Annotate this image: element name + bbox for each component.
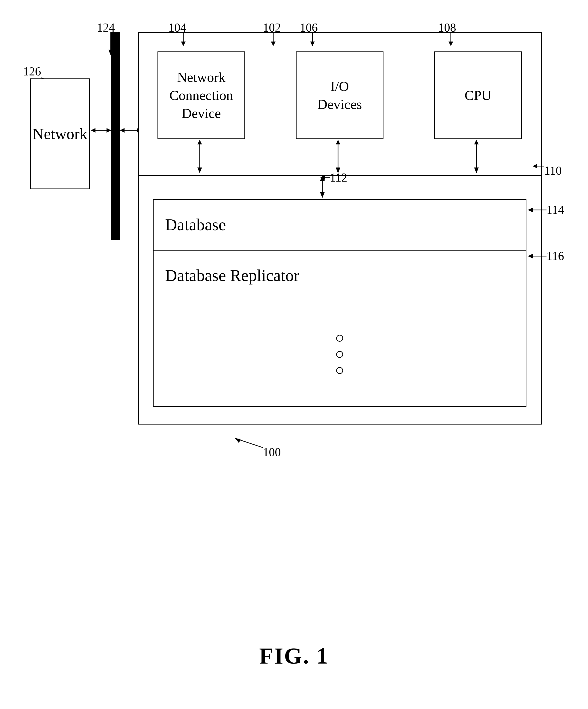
- svg-marker-20: [320, 192, 325, 198]
- ref-112-arrow: [318, 173, 332, 182]
- svg-marker-18: [474, 140, 479, 145]
- svg-marker-12: [197, 140, 202, 145]
- database-label: Database: [165, 215, 226, 234]
- dot-1: [336, 335, 343, 342]
- io-label: I/ODevices: [317, 77, 362, 113]
- svg-marker-29: [448, 42, 453, 46]
- ref-106-arrow: [309, 32, 316, 49]
- database-area-box: Database Database Replicator: [153, 199, 526, 407]
- svg-marker-37: [528, 254, 533, 258]
- ref-114-arrow: [526, 205, 549, 215]
- ref-116: 116: [547, 249, 564, 263]
- svg-marker-7: [120, 128, 124, 133]
- main-system-box: NetworkConnectionDevice I/ODevices CPU: [138, 32, 542, 424]
- svg-marker-17: [474, 167, 479, 173]
- db-replicator-label: Database Replicator: [165, 266, 299, 285]
- ref-100: 100: [263, 445, 281, 459]
- cpu-down-arrow: [473, 140, 480, 177]
- vertical-bar-124: [111, 32, 120, 240]
- svg-marker-23: [271, 42, 276, 46]
- svg-marker-31: [533, 164, 537, 168]
- network-box: Network: [30, 78, 90, 189]
- dots-section: [153, 301, 526, 408]
- diagram: 124 126 Network NetworkConnec: [23, 14, 565, 683]
- network-label: Network: [32, 125, 87, 143]
- dot-3: [336, 367, 343, 374]
- svg-marker-39: [235, 438, 241, 443]
- dot-2: [336, 351, 343, 358]
- network-to-bar-arrow: [91, 127, 112, 134]
- ref-114: 114: [547, 203, 564, 217]
- ref-108-arrow: [447, 32, 454, 49]
- ref-110: 110: [544, 164, 562, 178]
- svg-marker-27: [310, 42, 315, 46]
- ncd-down-arrow: [196, 140, 203, 177]
- ref-100-arrow: [231, 434, 265, 450]
- io-devices-box: I/ODevices: [296, 51, 384, 139]
- network-connection-device-box: NetworkConnectionDevice: [158, 51, 245, 139]
- ref-110-arrow: [530, 161, 547, 171]
- ref-104-arrow: [180, 32, 187, 49]
- database-section: Database: [153, 200, 526, 251]
- cpu-box: CPU: [434, 51, 522, 139]
- cpu-label: CPU: [465, 86, 492, 104]
- db-replicator-section: Database Replicator: [153, 251, 526, 301]
- svg-marker-25: [181, 42, 186, 46]
- bottom-section: Database Database Replicator: [139, 176, 541, 425]
- ref-102-arrow: [270, 32, 277, 49]
- ref-116-arrow: [526, 252, 549, 261]
- svg-marker-15: [336, 140, 340, 145]
- svg-marker-35: [528, 208, 533, 212]
- svg-marker-11: [197, 167, 202, 173]
- fig-label: FIG. 1: [259, 642, 329, 669]
- ncd-label: NetworkConnectionDevice: [169, 68, 233, 122]
- svg-marker-4: [91, 128, 95, 133]
- top-section: NetworkConnectionDevice I/ODevices CPU: [139, 33, 541, 176]
- svg-marker-33: [320, 175, 325, 180]
- ref-112: 112: [330, 171, 347, 184]
- svg-marker-5: [107, 128, 111, 133]
